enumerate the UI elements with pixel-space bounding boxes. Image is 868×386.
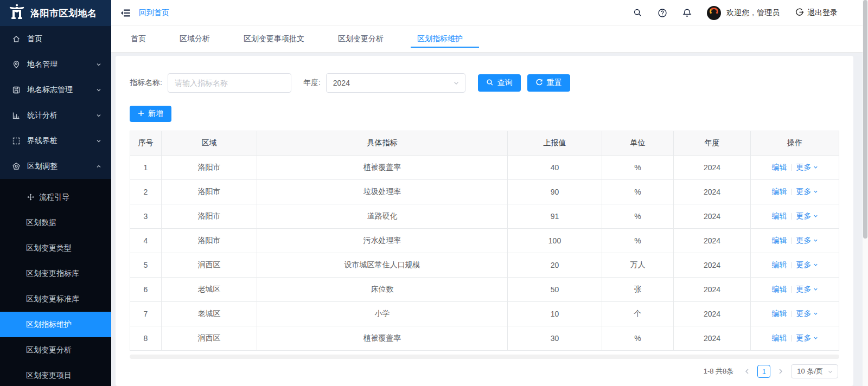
table-container: 序号 区域 具体指标 上报值 单位 年度 操作 1	[130, 131, 839, 359]
boundary-frame-icon	[12, 137, 21, 145]
more-link[interactable]: 更多	[796, 333, 812, 342]
bar-chart-icon	[12, 111, 21, 120]
tab-change-approval-docs[interactable]: 区划变更事项批文	[236, 26, 312, 52]
table-row: 6 老城区 床位数 50 张 2024 编辑更多	[130, 278, 839, 302]
tab-region-analysis[interactable]: 区域分析	[172, 26, 218, 52]
edit-link[interactable]: 编辑	[772, 260, 787, 269]
user-chip[interactable]: 欢迎您，管理员	[707, 6, 780, 20]
cell-value: 90	[508, 180, 602, 204]
search-icon	[486, 79, 494, 88]
sidebar-item-sign-mgmt[interactable]: 地名标志管理	[0, 77, 111, 102]
sidebar-item-standard-library[interactable]: 区划变更标准库	[0, 286, 111, 312]
reset-button[interactable]: 重置	[527, 74, 570, 92]
year-select[interactable]: 2024	[326, 73, 465, 93]
menu-fold-icon[interactable]	[120, 8, 131, 18]
cell-no: 4	[130, 229, 162, 253]
sidebar-item-home[interactable]: 首页	[0, 26, 111, 52]
sidebar-item-label: 首页	[27, 34, 101, 44]
sidebar-item-statistics[interactable]: 统计分析	[0, 102, 111, 128]
more-link[interactable]: 更多	[796, 236, 812, 245]
sidebar-menu: 首页 地名管理 地名标志管理	[0, 26, 111, 386]
cell-value: 50	[508, 278, 602, 302]
cell-no: 7	[130, 302, 162, 326]
sidebar: 洛阳市区划地名 首页 地名管理	[0, 0, 111, 386]
prev-page-icon[interactable]	[741, 365, 753, 377]
help-icon[interactable]	[658, 8, 667, 18]
page-size-value: 10 条/页	[797, 366, 823, 376]
sidebar-item-boundary[interactable]: 界线界桩	[0, 128, 111, 153]
more-link[interactable]: 更多	[796, 187, 812, 196]
chevron-up-icon	[96, 164, 101, 169]
welcome-text: 欢迎您，管理员	[726, 8, 780, 18]
page-number-button[interactable]: 1	[757, 365, 770, 378]
gate-logo-icon	[9, 4, 25, 22]
edit-link[interactable]: 编辑	[772, 163, 787, 171]
logout-button[interactable]: 退出登录	[795, 8, 838, 18]
cell-indicator: 道路硬化	[257, 204, 508, 229]
add-button[interactable]: 新增	[130, 106, 171, 122]
cell-year: 2024	[674, 180, 751, 204]
edit-link[interactable]: 编辑	[772, 333, 787, 342]
map-pin-icon	[12, 60, 21, 69]
cell-year: 2024	[674, 253, 751, 278]
search-icon[interactable]	[633, 8, 642, 17]
tab-change-analysis[interactable]: 区划变更分析	[330, 26, 391, 52]
sidebar-item-zoning-data[interactable]: 区划数据	[0, 210, 111, 235]
page-size-select[interactable]: 10 条/页	[791, 364, 838, 378]
sidebar-item-change-type[interactable]: 区划变更类型	[0, 235, 111, 261]
edit-link[interactable]: 编辑	[772, 187, 787, 196]
indicator-table: 序号 区域 具体指标 上报值 单位 年度 操作 1	[130, 131, 839, 351]
chevron-down-icon	[96, 138, 101, 144]
divider	[792, 213, 792, 220]
edit-link[interactable]: 编辑	[772, 236, 787, 245]
sidebar-item-change-analysis[interactable]: 区划变更分析	[0, 337, 111, 363]
sidebar-item-label: 区划数据	[26, 218, 56, 228]
app-window: 洛阳市区划地名 首页 地名管理	[0, 0, 868, 386]
sidebar-item-indicator-library[interactable]: 区划变更指标库	[0, 261, 111, 286]
cell-actions: 编辑更多	[751, 253, 839, 278]
cell-actions: 编辑更多	[751, 156, 839, 180]
more-link[interactable]: 更多	[796, 260, 812, 269]
divider	[792, 335, 792, 342]
move-icon	[26, 193, 35, 202]
back-home-link[interactable]: 回到首页	[139, 8, 169, 18]
scrollbar-thumb[interactable]	[863, 0, 867, 239]
search-button[interactable]: 查询	[478, 74, 521, 92]
sidebar-item-zoning-adjust[interactable]: 区划调整	[0, 153, 111, 179]
more-link[interactable]: 更多	[796, 285, 812, 293]
cell-value: 10	[508, 302, 602, 326]
sidebar-item-process-guide[interactable]: 流程引导	[0, 184, 111, 210]
edit-link[interactable]: 编辑	[772, 211, 787, 220]
cell-indicator: 设市城区常住人口规模	[257, 253, 508, 278]
col-header-actions: 操作	[751, 131, 839, 156]
table-row: 3 洛阳市 道路硬化 91 % 2024 编辑更多	[130, 204, 839, 229]
edit-link[interactable]: 编辑	[772, 285, 787, 293]
more-link[interactable]: 更多	[796, 309, 812, 318]
cell-year: 2024	[674, 229, 751, 253]
vertical-scrollbar[interactable]	[863, 0, 868, 386]
tab-indicator-maintenance[interactable]: 区划指标维护	[410, 26, 470, 52]
app-title: 洛阳市区划地名	[30, 7, 97, 20]
more-link[interactable]: 更多	[796, 163, 812, 171]
sidebar-item-label: 区划变更指标库	[26, 269, 79, 279]
sidebar-submenu-zoning: 流程引导 区划数据 区划变更类型 区划变更指标库 区划变更标准库 区划指标维护	[0, 179, 111, 386]
sidebar-item-label: 区划变更标准库	[26, 294, 79, 304]
year-label: 年度:	[303, 78, 321, 88]
sidebar-item-label: 区划变更分析	[26, 345, 72, 355]
sidebar-item-indicator-maintenance[interactable]: 区划指标维护	[0, 312, 111, 337]
bell-icon[interactable]	[682, 8, 692, 18]
sidebar-item-change-project[interactable]: 区划变更项目	[0, 363, 111, 386]
sidebar-item-placename-mgmt[interactable]: 地名管理	[0, 52, 111, 77]
indicator-name-input[interactable]	[168, 73, 291, 93]
horizontal-scrollbar[interactable]	[130, 355, 839, 359]
next-page-icon[interactable]	[775, 365, 787, 377]
more-link[interactable]: 更多	[796, 211, 812, 220]
edit-link[interactable]: 编辑	[772, 309, 787, 318]
add-button-label: 新增	[148, 109, 163, 119]
seal-icon	[12, 162, 21, 171]
logout-label: 退出登录	[807, 8, 838, 18]
chevron-down-icon	[813, 336, 818, 340]
cell-indicator: 植被覆盖率	[257, 156, 508, 180]
tab-home[interactable]: 首页	[123, 26, 154, 52]
chevron-down-icon	[453, 80, 459, 86]
